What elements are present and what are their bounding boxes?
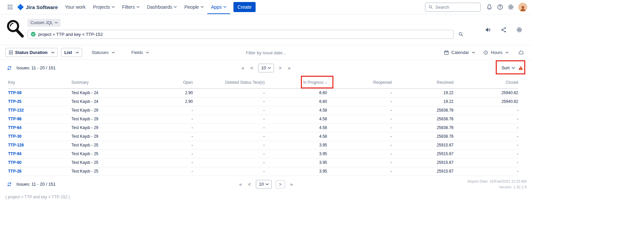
notifications-button[interactable] (484, 2, 495, 12)
chevron-down-icon (51, 52, 54, 54)
duration-cell: - (453, 123, 518, 132)
issue-row: TTP-94 Test Kaydı - 25 - - 3.95 - 25915.… (8, 149, 518, 158)
calendar-dropdown[interactable]: Calendar (441, 50, 478, 55)
query-column: Custom JQL (28, 19, 466, 40)
duration-cell: - (453, 132, 518, 141)
page-size-select[interactable]: 10 (256, 180, 271, 189)
page-size-select[interactable]: 10 (258, 64, 274, 72)
issue-summary: Test Kaydı - 24 (71, 97, 129, 106)
duration-cell: 19.22 (392, 97, 453, 106)
issue-row: TTP-132 Test Kaydı - 29 - - 4.58 - 25838… (8, 106, 518, 115)
column-header-closed[interactable]: Closed (453, 76, 518, 88)
column-header-deleted-status-test[interactable]: Deleted Status Test(x) (193, 76, 265, 88)
export-button[interactable] (516, 47, 527, 58)
query-mode-button[interactable]: Custom JQL (28, 19, 61, 27)
issue-date-filter-input[interactable] (227, 50, 305, 55)
view-type-button[interactable]: List (61, 48, 82, 57)
fields-dropdown[interactable]: Fields (129, 50, 152, 55)
prev-page-button[interactable]: < (249, 65, 254, 71)
column-header-open[interactable]: Open (129, 76, 193, 88)
help-button[interactable] (495, 2, 505, 12)
duration-cell: - (327, 115, 392, 123)
duration-cell: - (327, 132, 392, 141)
issue-key-link[interactable]: TTP-64 (8, 125, 21, 130)
prev-page-button[interactable]: < (247, 181, 252, 187)
cloud-export-icon (518, 50, 524, 56)
duration-cell: - (193, 158, 265, 167)
nav-projects[interactable]: Projects (89, 0, 118, 14)
first-page-button[interactable]: « (240, 65, 245, 71)
last-page-button[interactable]: » (287, 65, 291, 71)
duration-cell: 4.58 (265, 123, 327, 132)
report-type-button[interactable]: Status Duration (5, 48, 58, 57)
sort-control[interactable]: Sort (501, 65, 523, 70)
time-unit-label: Hours (491, 50, 502, 55)
nav-your-work[interactable]: Your work (61, 0, 90, 14)
user-avatar[interactable] (518, 3, 527, 12)
issue-key-link[interactable]: TTP-132 (8, 108, 24, 113)
chevron-down-icon (266, 183, 269, 185)
duration-cell: - (129, 106, 193, 115)
pagination-bottom: « < 10 > » (238, 180, 294, 189)
issue-summary: Test Kaydı - 29 (71, 106, 129, 115)
column-header-resolved[interactable]: Resolved (392, 76, 453, 88)
app-switcher-grid-icon (7, 4, 13, 10)
create-button[interactable]: Create (233, 2, 256, 12)
gear-icon (516, 26, 523, 33)
chevron-down-icon (512, 67, 515, 69)
chevron-down-icon (174, 6, 177, 8)
issue-key-link[interactable]: TTP-94 (8, 151, 21, 156)
issue-summary: Test Kaydı - 29 (71, 132, 129, 141)
column-header-summary[interactable]: Summary (71, 76, 129, 88)
nav-filters[interactable]: Filters (118, 0, 143, 14)
duration-cell: - (193, 106, 265, 115)
feedback-button[interactable] (483, 24, 494, 35)
global-search[interactable] (425, 3, 481, 12)
jql-field[interactable] (28, 30, 453, 39)
results-left: Issues: 11 - 20 / 151 (5, 64, 56, 72)
issue-key-link[interactable]: TTP-128 (8, 143, 24, 147)
app-switcher-button[interactable] (5, 2, 15, 12)
column-header-key[interactable]: Key (8, 76, 71, 88)
issues-count: Issues: 11 - 20 / 151 (16, 65, 56, 70)
issue-key-link[interactable]: TTP-98 (8, 117, 21, 121)
chevron-down-icon (112, 52, 115, 54)
report-settings-button[interactable] (514, 24, 525, 35)
duration-cell: - (327, 123, 392, 132)
time-unit-dropdown[interactable]: Hours (480, 50, 511, 55)
column-header-in-progress[interactable]: In Progress↓ (265, 76, 327, 88)
share-button[interactable] (498, 24, 509, 35)
issue-key-link[interactable]: TTP-26 (8, 169, 21, 174)
toolbar-center (227, 50, 305, 56)
global-search-input[interactable] (435, 5, 477, 10)
next-page-button[interactable]: > (278, 65, 283, 71)
run-query-button[interactable] (455, 29, 466, 40)
settings-button[interactable] (505, 2, 516, 12)
issue-row: TTP-98 Test Kaydı - 29 - - 4.58 - 25838.… (8, 115, 518, 123)
nav-people[interactable]: People (180, 0, 207, 14)
view-type-label: List (64, 50, 72, 55)
header-actions (483, 24, 525, 35)
refresh-button[interactable] (5, 64, 13, 72)
issue-table-body: TTP-59 Test Kaydı - 24 2.90 - 6.60 - 19.… (8, 88, 518, 176)
duration-cell: - (327, 167, 392, 176)
jql-row (28, 29, 466, 40)
nav-dashboards[interactable]: Dashboards (143, 0, 181, 14)
statuses-dropdown[interactable]: Statuses (89, 50, 117, 55)
issue-key-link[interactable]: TTP-60 (8, 160, 21, 165)
jira-logo[interactable]: Jira Software (17, 3, 58, 11)
column-header-reopened[interactable]: Reopened (327, 76, 392, 88)
refresh-button[interactable] (5, 180, 13, 188)
nav-apps[interactable]: Apps (207, 0, 230, 14)
first-page-button[interactable]: « (238, 181, 243, 187)
brand-name: Jira Software (26, 4, 58, 10)
issues-count: Issues: 11 - 20 / 151 (16, 182, 56, 187)
last-page-button[interactable]: » (289, 181, 294, 187)
duration-cell: - (129, 141, 193, 149)
jql-input[interactable] (38, 32, 450, 37)
next-page-button[interactable]: > (276, 180, 285, 188)
report-version: Version: 1.32.1.9 (468, 184, 527, 190)
issue-key-link[interactable]: TTP-30 (8, 134, 21, 139)
issue-key-link[interactable]: TTP-25 (8, 99, 21, 104)
issue-key-link[interactable]: TTP-59 (8, 90, 21, 95)
